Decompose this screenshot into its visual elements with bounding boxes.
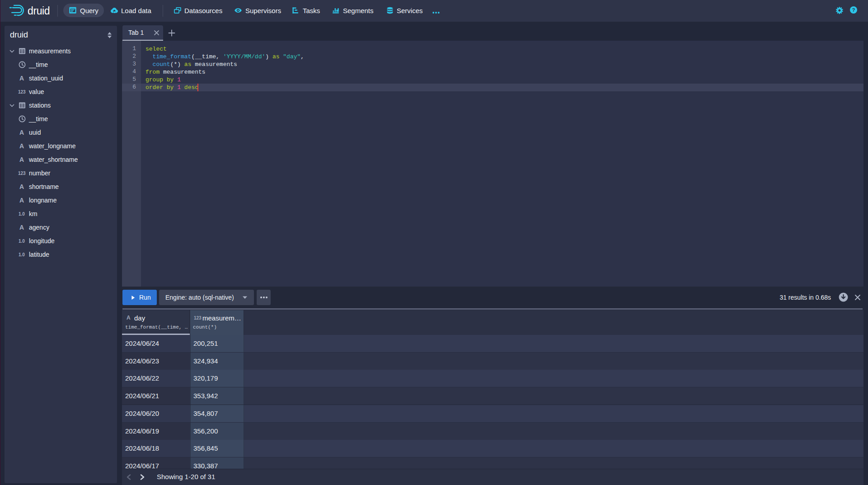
- svg-text:?: ?: [852, 7, 855, 13]
